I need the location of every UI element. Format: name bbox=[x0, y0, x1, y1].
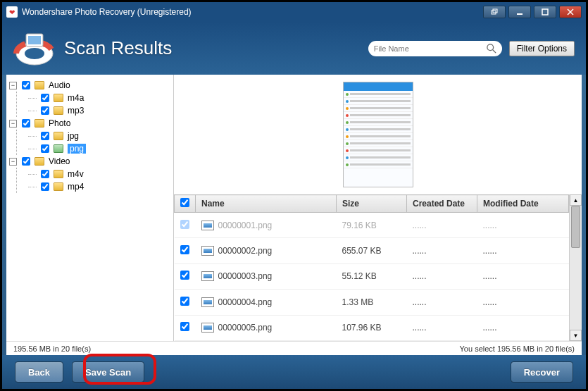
select-all-checkbox[interactable] bbox=[180, 198, 189, 207]
maximize-button[interactable] bbox=[534, 6, 556, 18]
tree-label: m4v bbox=[68, 169, 84, 179]
close-button[interactable] bbox=[559, 6, 582, 18]
scroll-up-button[interactable]: ▲ bbox=[570, 194, 582, 206]
column-modified[interactable]: Modified Date bbox=[477, 195, 569, 213]
tree-label: jpg bbox=[68, 131, 79, 141]
file-modified: ...... bbox=[477, 315, 569, 340]
row-checkbox[interactable] bbox=[180, 297, 189, 306]
folder-tree: −Audiom4amp3−Photojpgpng−Videom4vmp4 bbox=[6, 75, 174, 341]
folder-icon bbox=[35, 119, 44, 128]
tree-checkbox[interactable] bbox=[22, 157, 30, 166]
row-checkbox[interactable] bbox=[180, 322, 189, 331]
folder-icon bbox=[54, 170, 63, 178]
right-pane: Name Size Created Date Modified Date 000… bbox=[174, 75, 582, 341]
folder-icon bbox=[35, 81, 44, 89]
tree-label: mp4 bbox=[68, 182, 84, 192]
file-created: ...... bbox=[407, 290, 477, 315]
tree-folder[interactable]: png bbox=[38, 142, 170, 155]
back-button[interactable]: Back bbox=[15, 361, 63, 383]
file-name: 00000005.png bbox=[218, 323, 273, 333]
search-input[interactable] bbox=[374, 44, 487, 53]
tree-folder[interactable]: jpg bbox=[38, 130, 170, 142]
tree-checkbox[interactable] bbox=[22, 81, 30, 89]
tree-label: Video bbox=[49, 156, 70, 166]
tree-folder[interactable]: mp3 bbox=[38, 104, 170, 117]
tree-checkbox[interactable] bbox=[41, 182, 49, 191]
tree-checkbox[interactable] bbox=[41, 170, 49, 178]
row-checkbox[interactable] bbox=[180, 220, 189, 229]
vertical-scrollbar[interactable]: ▲ ▼ bbox=[569, 194, 582, 341]
minimize-button[interactable] bbox=[508, 6, 531, 18]
file-modified: ...... bbox=[477, 238, 569, 263]
tree-checkbox[interactable] bbox=[41, 144, 49, 153]
folder-icon bbox=[54, 182, 63, 191]
expander-icon[interactable]: − bbox=[9, 120, 17, 128]
file-size: 79.16 KB bbox=[337, 213, 407, 238]
window-controls bbox=[483, 6, 582, 18]
body: −Audiom4amp3−Photojpgpng−Videom4vmp4 bbox=[6, 75, 582, 341]
svg-rect-9 bbox=[28, 36, 41, 44]
file-table: Name Size Created Date Modified Date 000… bbox=[174, 194, 569, 341]
footer: Back Save Scan Recover bbox=[2, 355, 586, 389]
file-name: 00000002.png bbox=[218, 246, 273, 256]
table-row[interactable]: 00000003.png55.12 KB............ bbox=[175, 263, 569, 289]
preview-area bbox=[174, 75, 582, 194]
file-modified: ...... bbox=[477, 290, 569, 315]
image-file-icon bbox=[201, 221, 214, 230]
status-right: You select 195.56 MB in 20 file(s) bbox=[460, 345, 575, 353]
scroll-thumb[interactable] bbox=[571, 206, 580, 248]
svg-point-10 bbox=[487, 44, 494, 50]
column-name[interactable]: Name bbox=[196, 195, 337, 213]
column-size[interactable]: Size bbox=[337, 195, 407, 213]
tree-label: m4a bbox=[68, 93, 84, 103]
app-window: ❤ Wondershare Photo Recovery (Unregister… bbox=[0, 0, 588, 391]
folder-icon bbox=[35, 157, 44, 166]
image-file-icon bbox=[201, 297, 214, 307]
row-checkbox[interactable] bbox=[180, 245, 189, 254]
folder-icon bbox=[54, 132, 63, 140]
window-restore-small-button[interactable] bbox=[483, 6, 506, 18]
image-file-icon bbox=[201, 271, 214, 281]
tree-checkbox[interactable] bbox=[41, 106, 49, 115]
tree-folder[interactable]: m4a bbox=[38, 92, 170, 104]
expander-icon[interactable]: − bbox=[9, 158, 17, 166]
tree-checkbox[interactable] bbox=[41, 94, 49, 102]
table-row[interactable]: 00000005.png107.96 KB............ bbox=[175, 315, 569, 340]
tree-folder[interactable]: −Audio bbox=[9, 79, 170, 92]
table-row[interactable]: 00000004.png1.33 MB............ bbox=[175, 290, 569, 315]
expander-icon[interactable]: − bbox=[9, 82, 17, 89]
file-created: ...... bbox=[407, 213, 477, 238]
file-table-wrap: Name Size Created Date Modified Date 000… bbox=[174, 194, 582, 341]
tree-label: Audio bbox=[49, 80, 70, 90]
file-name: 00000003.png bbox=[218, 271, 273, 281]
save-scan-button[interactable]: Save Scan bbox=[72, 361, 144, 383]
tree-label: Photo bbox=[49, 118, 70, 128]
tree-folder[interactable]: mp4 bbox=[38, 180, 170, 193]
header: Scan Results Filter Options bbox=[2, 22, 586, 75]
row-checkbox[interactable] bbox=[180, 271, 189, 280]
table-row[interactable]: 00000001.png79.16 KB............ bbox=[175, 213, 569, 238]
tree-folder[interactable]: −Photo bbox=[9, 117, 170, 130]
scroll-down-button[interactable]: ▼ bbox=[570, 330, 582, 341]
preview-thumbnail bbox=[343, 82, 413, 187]
recover-button[interactable]: Recover bbox=[511, 361, 573, 383]
file-modified: ...... bbox=[477, 263, 569, 289]
filter-options-button[interactable]: Filter Options bbox=[509, 41, 575, 56]
tree-checkbox[interactable] bbox=[41, 132, 49, 140]
file-created: ...... bbox=[407, 263, 477, 289]
file-size: 107.96 KB bbox=[337, 315, 407, 340]
status-bar: 195.56 MB in 20 file(s) You select 195.5… bbox=[6, 341, 582, 355]
search-box[interactable] bbox=[368, 41, 502, 56]
file-size: 655.07 KB bbox=[337, 238, 407, 263]
tree-checkbox[interactable] bbox=[22, 119, 30, 128]
app-logo-icon: ❤ bbox=[6, 6, 18, 18]
tree-folder[interactable]: m4v bbox=[38, 168, 170, 180]
table-row[interactable]: 00000002.png655.07 KB............ bbox=[175, 238, 569, 263]
window-title: Wondershare Photo Recovery (Unregistered… bbox=[22, 7, 192, 17]
file-created: ...... bbox=[407, 238, 477, 263]
image-file-icon bbox=[201, 246, 214, 256]
column-check[interactable] bbox=[175, 195, 196, 213]
column-created[interactable]: Created Date bbox=[407, 195, 477, 213]
titlebar: ❤ Wondershare Photo Recovery (Unregister… bbox=[2, 2, 586, 22]
tree-folder[interactable]: −Video bbox=[9, 155, 170, 168]
